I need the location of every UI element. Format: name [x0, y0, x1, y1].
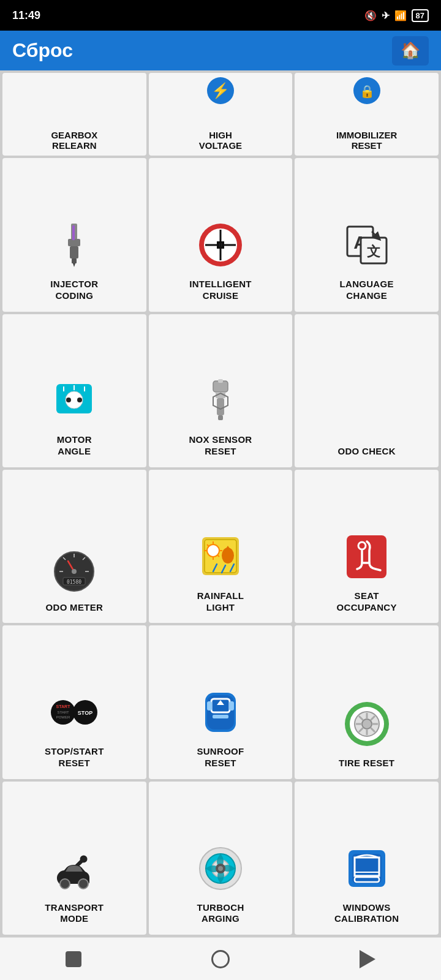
item-label: RAINFALLLIGHT	[197, 590, 244, 614]
back-icon	[360, 950, 375, 968]
svg-text:START: START	[58, 710, 69, 714]
location-icon: ✈	[382, 10, 390, 21]
svg-rect-31	[217, 398, 224, 415]
list-item[interactable]: RAINFALLLIGHT	[149, 470, 293, 623]
status-bar: 11:49 🔇 ✈ 📶 87	[0, 0, 441, 31]
circle-icon	[211, 950, 230, 968]
svg-rect-7	[72, 258, 77, 263]
item-label: NOX SENSORRESET	[189, 434, 252, 458]
stopstart-icon: START START POWER STOP	[47, 685, 102, 740]
battery-icon: 87	[412, 9, 429, 22]
injector-icon	[47, 217, 102, 273]
svg-point-76	[362, 719, 372, 729]
list-item[interactable]: MOTORANGLE	[2, 314, 146, 467]
list-item[interactable]: WINDOWSCALIBRATION	[295, 782, 439, 935]
item-label: INTELLIGENTCRUISE	[189, 279, 252, 302]
svg-text:🔒: 🔒	[359, 84, 374, 99]
svg-text:POWER: POWER	[56, 715, 70, 719]
item-label: WINDOWSCALIBRATION	[334, 902, 399, 925]
item-label: INJECTORCODING	[50, 279, 98, 302]
square-icon	[66, 951, 81, 967]
list-item[interactable]: SEATOCCUPANCY	[295, 470, 439, 623]
grid-container: GEARBOXRELEARN ⚡ HIGHVOLTAGE 🔒 IMMOBILIZ…	[0, 70, 441, 937]
item-label: ODO METER	[46, 602, 104, 614]
svg-text:01580: 01580	[67, 579, 81, 585]
list-item[interactable]: ODO CHECK	[295, 314, 439, 467]
windows-cal-icon	[339, 841, 394, 896]
item-label: ODO CHECK	[337, 446, 395, 458]
list-item[interactable]: TRANSPORTMODE	[2, 782, 146, 935]
immobilizer-icon: 🔒	[345, 75, 388, 106]
transport-icon	[47, 841, 102, 896]
bottom-nav	[0, 937, 441, 980]
svg-rect-70	[207, 701, 212, 710]
svg-rect-16	[217, 241, 224, 244]
language-icon: A 文	[339, 217, 394, 273]
svg-rect-71	[229, 701, 234, 710]
sunroof-icon	[193, 685, 248, 740]
svg-text:START: START	[56, 704, 71, 709]
svg-point-42	[72, 569, 77, 574]
turbo-icon	[193, 841, 248, 896]
nav-square-button[interactable]	[61, 947, 86, 971]
svg-text:STOP: STOP	[78, 710, 92, 716]
item-label: MOTORANGLE	[57, 434, 92, 458]
list-item[interactable]: START START POWER STOP STOP/STARTRESET	[2, 625, 146, 778]
item-label: HIGHVOLTAGE	[199, 130, 242, 151]
high-voltage-icon: ⚡	[199, 75, 242, 106]
svg-rect-69	[213, 715, 228, 718]
svg-text:文: 文	[367, 244, 380, 259]
app-title: Сброс	[12, 39, 73, 62]
svg-marker-9	[73, 263, 75, 267]
home-button[interactable]: 🏠	[392, 36, 429, 66]
item-label: STOP/STARTRESET	[45, 746, 104, 769]
list-item[interactable]: 01580 ODO METER	[2, 470, 146, 623]
list-item[interactable]: INTELLIGENTCRUISE	[149, 158, 293, 311]
list-item[interactable]: GEARBOXRELEARN	[2, 73, 146, 156]
list-item[interactable]: NOX SENSORRESET	[149, 314, 293, 467]
status-icons: 🔇 ✈ 📶 87	[364, 9, 429, 22]
svg-point-94	[218, 866, 223, 871]
cruise-icon	[193, 217, 248, 273]
svg-rect-6	[70, 246, 78, 258]
item-label: SEATOCCUPANCY	[337, 590, 397, 614]
item-label: TIRE RESET	[339, 758, 394, 769]
list-item[interactable]: A 文 LANGUAGECHANGE	[295, 158, 439, 311]
item-label: TURBOCHARGING	[197, 902, 244, 925]
seat-occupancy-icon	[339, 529, 394, 584]
odo-meter-icon: 01580	[47, 541, 102, 596]
item-label: LANGUAGECHANGE	[340, 279, 394, 302]
list-item[interactable]: TURBOCHARGING	[149, 782, 293, 935]
tire-icon	[339, 696, 394, 752]
list-item[interactable]: 🔒 IMMOBILIZERRESET	[295, 73, 439, 156]
svg-point-25	[77, 398, 82, 402]
svg-rect-8	[72, 225, 75, 240]
rainfall-icon	[193, 529, 248, 584]
time: 11:49	[12, 9, 40, 22]
list-item[interactable]: ⚡ HIGHVOLTAGE	[149, 73, 293, 156]
home-icon: 🏠	[401, 41, 420, 60]
item-label: GEARBOXRELEARN	[51, 130, 97, 151]
nav-back-button[interactable]	[355, 947, 380, 971]
svg-rect-17	[217, 246, 224, 249]
mute-icon: 🔇	[364, 10, 377, 21]
list-item[interactable]: SUNROOFRESET	[149, 625, 293, 778]
wifi-icon: 📶	[394, 10, 407, 21]
list-item[interactable]: TIRE RESET	[295, 625, 439, 778]
svg-text:⚡: ⚡	[211, 81, 230, 99]
svg-point-89	[78, 879, 88, 889]
motor-icon	[47, 373, 102, 428]
nav-home-button[interactable]	[208, 947, 233, 971]
list-item[interactable]: INJECTORCODING	[2, 158, 146, 311]
svg-rect-32	[218, 415, 223, 420]
svg-point-88	[60, 879, 70, 889]
odo-check-icon	[339, 421, 394, 440]
item-label: TRANSPORTMODE	[45, 902, 104, 925]
svg-point-24	[66, 398, 71, 402]
svg-rect-34	[218, 379, 223, 383]
nox-icon	[193, 373, 248, 428]
item-label: SUNROOFRESET	[197, 746, 244, 769]
app-header: Сброс 🏠	[0, 31, 441, 70]
item-label: IMMOBILIZERRESET	[336, 130, 397, 151]
